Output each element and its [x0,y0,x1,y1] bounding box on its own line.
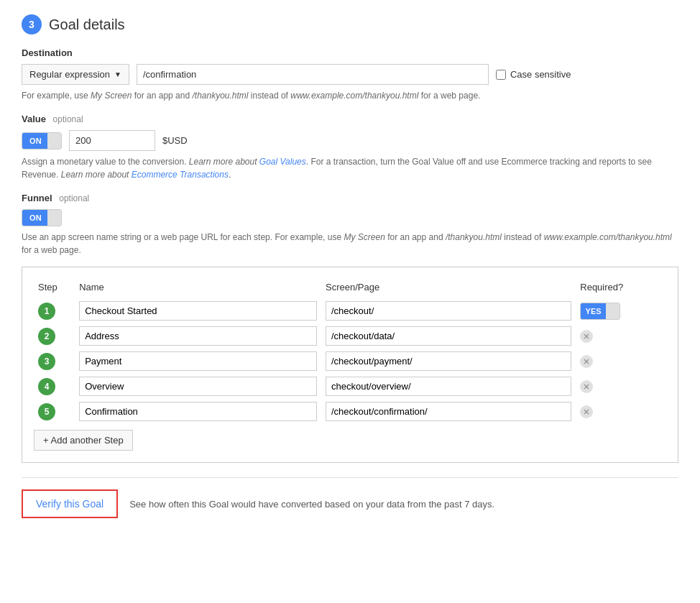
chevron-down-icon: ▼ [114,70,121,78]
col-name-header: Name [75,279,321,298]
destination-label: Destination [22,47,678,58]
case-sensitive-checkbox[interactable] [496,70,506,80]
destination-section: Destination Regular expression ▼ Case se… [22,47,678,102]
verify-hint: See how often this Goal would have conve… [129,499,494,510]
step-screen-input[interactable] [326,377,571,396]
table-row: 1YES [34,298,666,323]
step-number-circle: 3 [38,353,55,370]
toggle-on-label: ON [22,133,47,149]
required-cell [576,349,666,374]
step-number-circle: 4 [38,378,55,395]
required-toggle[interactable]: YES [580,303,620,320]
table-row: 3 [34,349,666,374]
required-cell [576,399,666,424]
section-header: 3 Goal details [22,14,678,34]
destination-row: Regular expression ▼ Case sensitive [22,64,678,85]
screen-cell [321,323,576,349]
verify-goal-button[interactable]: Verify this Goal [22,489,118,518]
funnel-hint: Use an app screen name string or a web p… [22,231,678,257]
step-number-circle: 2 [38,328,55,345]
step-name-input[interactable] [79,377,317,396]
step-screen-input[interactable] [326,301,571,321]
step-cell: 3 [34,349,75,374]
funnel-optional: optional [59,193,89,203]
case-sensitive-label: Case sensitive [510,69,571,80]
page-title: Goal details [49,17,125,33]
value-optional: optional [53,114,83,124]
funnel-table-container: Step Name Screen/Page Required? 1YES2345… [22,267,678,463]
goal-values-link[interactable]: Goal Values [259,157,306,167]
value-toggle-row: ON $USD [22,130,678,151]
table-row: 4 [34,374,666,399]
x-icon [583,408,590,415]
step-cell: 1 [34,298,75,323]
step-circle: 3 [22,14,42,34]
required-cell [576,374,666,399]
table-row: 5 [34,399,666,424]
step-screen-input[interactable] [326,351,571,371]
destination-input[interactable] [137,64,489,85]
step-name-input[interactable] [79,402,317,421]
ecommerce-link[interactable]: Ecommerce Transactions [132,170,229,180]
funnel-label-row: Funnel optional [22,193,678,203]
col-required-header: Required? [576,279,666,298]
name-cell [75,349,321,374]
funnel-toggle-off-area [47,210,61,226]
dropdown-label: Regular expression [29,69,110,80]
screen-cell [321,349,576,374]
value-label: Value [22,114,46,124]
funnel-section: Funnel optional ON Use an app screen nam… [22,193,678,463]
required-cell [576,323,666,349]
screen-cell [321,399,576,424]
step-screen-input[interactable] [326,326,571,346]
toggle-off-area [47,133,61,149]
funnel-toggle-on-label: ON [22,210,47,226]
name-cell [75,374,321,399]
step-name-input[interactable] [79,326,317,346]
x-icon [583,333,590,340]
step-cell: 2 [34,323,75,349]
case-sensitive-row: Case sensitive [496,69,571,80]
add-step-button[interactable]: + Add another Step [34,430,133,451]
verify-button-label: Verify this Goal [36,498,103,510]
destination-hint: For example, use My Screen for an app an… [22,89,678,102]
step-number-circle: 1 [38,303,55,320]
yes-label: YES [581,303,606,319]
table-row: 2 [34,323,666,349]
x-icon [583,358,590,365]
funnel-label: Funnel [22,193,52,203]
remove-step-icon[interactable] [580,355,593,368]
value-toggle[interactable]: ON [22,132,62,149]
destination-type-dropdown[interactable]: Regular expression ▼ [22,64,129,85]
step-name-input[interactable] [79,301,317,321]
step-cell: 4 [34,374,75,399]
toggle-off-part [606,303,620,319]
value-amount-input[interactable] [69,130,155,151]
value-label-row: Value optional [22,114,678,124]
page-container: 3 Goal details Destination Regular expre… [0,0,700,533]
step-number-circle: 5 [38,403,55,420]
col-step-header: Step [34,279,75,298]
funnel-steps-table: Step Name Screen/Page Required? 1YES2345 [34,279,666,424]
step-name-input[interactable] [79,351,317,371]
remove-step-icon[interactable] [580,405,593,418]
add-step-label: + Add another Step [43,435,124,446]
currency-label: $USD [162,135,188,146]
verify-section: Verify this Goal See how often this Goal… [22,477,678,518]
value-section: Value optional ON $USD Assign a monetary… [22,114,678,181]
value-hint: Assign a monetary value to the conversio… [22,155,678,181]
funnel-toggle[interactable]: ON [22,209,62,226]
remove-step-icon[interactable] [580,380,593,393]
step-cell: 5 [34,399,75,424]
screen-cell [321,298,576,323]
x-icon [583,383,590,390]
col-screen-header: Screen/Page [321,279,576,298]
name-cell [75,298,321,323]
funnel-toggle-row: ON [22,209,678,226]
name-cell [75,323,321,349]
step-number: 3 [29,19,34,30]
name-cell [75,399,321,424]
step-screen-input[interactable] [326,402,571,421]
remove-step-icon[interactable] [580,330,593,343]
screen-cell [321,374,576,399]
